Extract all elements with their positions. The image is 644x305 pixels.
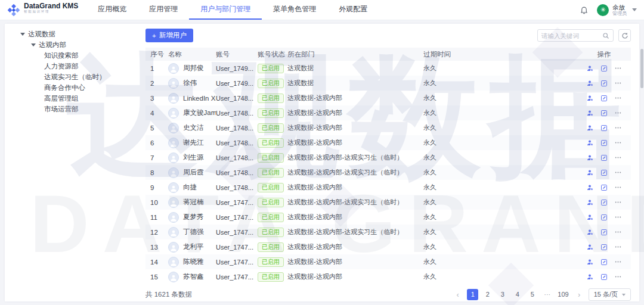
user-permission-icon[interactable] [587,184,594,191]
user-permission-icon[interactable] [587,65,594,72]
prev-page-button[interactable]: ‹ [452,289,463,300]
column-header: 过期时间 [423,50,581,59]
column-header: 所在部门 [287,50,423,59]
more-icon[interactable] [614,139,622,147]
page-button-5[interactable]: 5 [527,289,538,300]
tree-item-4[interactable]: 达观实习生（临时） [5,71,140,82]
more-icon[interactable] [614,183,622,191]
tree-item-1[interactable]: 达观内部 [5,39,140,50]
user-avatar-icon [168,242,179,253]
status-badge: 已启用 [258,213,284,222]
expire-time: 永久 [423,272,581,281]
nav-tab-0[interactable]: 应用概览 [86,0,138,20]
more-icon[interactable] [614,213,622,221]
edit-icon[interactable] [600,169,608,176]
tree-item-6[interactable]: 高层管理组 [5,93,140,104]
add-user-button[interactable]: + 新增用户 [145,29,193,42]
more-icon[interactable] [614,124,622,132]
nav-tab-1[interactable]: 应用管理 [138,0,189,20]
user-avatar-icon [168,78,179,89]
user-permission-icon[interactable] [587,110,594,117]
tree-item-label: 达观数据 [28,30,55,39]
page-button-109[interactable]: 109 [556,289,569,300]
nav-tab-3[interactable]: 菜单角色管理 [262,0,327,20]
user-department: 达观数据-达观内部 [287,183,423,192]
user-permission-icon[interactable] [587,169,594,176]
search-input[interactable] [541,32,602,39]
user-permission-icon[interactable] [587,259,594,266]
edit-icon[interactable] [600,154,608,161]
more-icon[interactable] [614,228,622,236]
expire-time: 永久 [423,64,581,73]
tree-item-5[interactable]: 商务合作中心 [5,82,140,93]
page-button-4[interactable]: 4 [512,289,523,300]
table-row: 14陈晓雅User_1747...已启用达观数据-达观内部永久 [145,254,631,269]
column-header: 账号状态 [258,50,287,59]
next-page-button[interactable]: › [574,289,585,300]
more-icon[interactable] [614,79,622,87]
table-row: 6谢先江User_1748...已启用达观数据-达观内部永久 [145,135,631,150]
more-icon[interactable] [614,258,622,266]
edit-icon[interactable] [600,214,608,221]
user-permission-icon[interactable] [587,214,594,221]
current-user-name: 余放 [612,4,628,10]
current-user-role: 管理员 [612,10,627,15]
more-icon[interactable] [614,243,622,251]
expire-time: 永久 [423,108,581,117]
edit-icon[interactable] [600,199,608,206]
tree-item-0[interactable]: 达观数据 [5,29,140,39]
edit-icon[interactable] [600,259,608,266]
row-index: 3 [150,95,168,102]
edit-icon[interactable] [600,95,608,102]
more-icon[interactable] [614,273,622,281]
more-icon[interactable] [614,169,622,176]
more-icon[interactable] [614,198,622,206]
edit-icon[interactable] [600,244,608,251]
page-button-3[interactable]: 3 [497,289,508,300]
user-permission-icon[interactable] [587,273,594,281]
notification-bell-icon[interactable] [580,5,589,14]
more-icon[interactable] [614,109,622,117]
tree-item-2[interactable]: 知识搜索部 [5,50,140,61]
user-permission-icon[interactable] [587,244,594,251]
edit-icon[interactable] [600,273,608,281]
tree-item-label: 高层管理组 [44,94,79,103]
more-icon[interactable] [614,94,622,102]
user-permission-icon[interactable] [587,95,594,102]
app-subtitle: 智能知识管理 [24,10,57,14]
edit-icon[interactable] [600,139,608,147]
table-row: 1周邦俊User_1749...已启用达观数据永久 [145,61,631,76]
edit-icon[interactable] [600,184,608,191]
user-department: 达观数据-达观内部 [287,108,423,117]
page-button-2[interactable]: 2 [482,289,493,300]
more-icon[interactable] [614,64,622,72]
user-permission-icon[interactable] [587,154,594,161]
edit-icon[interactable] [600,65,608,72]
edit-icon[interactable] [600,110,608,117]
more-icon[interactable] [614,154,622,161]
user-avatar-icon [168,197,179,208]
user-permission-icon[interactable] [587,80,594,87]
user-permission-icon[interactable] [587,199,594,206]
edit-icon[interactable] [600,80,608,87]
user-permission-icon[interactable] [587,125,594,132]
nav-tab-4[interactable]: 外观配置 [327,0,379,20]
tree-item-7[interactable]: 市场运营部 [5,104,140,114]
tree-item-label: 达观内部 [39,41,66,49]
page-button-1[interactable]: 1 [467,289,478,300]
nav-tab-2[interactable]: 用户与部门管理 [189,0,262,20]
user-account: User_1747... [216,229,258,236]
row-index: 9 [150,184,168,191]
plus-icon: + [152,32,156,39]
edit-icon[interactable] [600,229,608,236]
row-index: 2 [150,80,168,87]
page-size-select[interactable]: 15 条/页 [589,288,631,301]
tree-item-3[interactable]: 人力资源部 [5,61,140,71]
user-menu[interactable]: ✳ 余放 管理员 [597,4,637,16]
edit-icon[interactable] [600,125,608,132]
user-avatar-icon: ✳ [597,4,609,16]
refresh-button[interactable] [618,29,631,42]
scrollbar-thumb[interactable] [640,49,643,88]
user-permission-icon[interactable] [587,139,594,147]
user-permission-icon[interactable] [587,229,594,236]
